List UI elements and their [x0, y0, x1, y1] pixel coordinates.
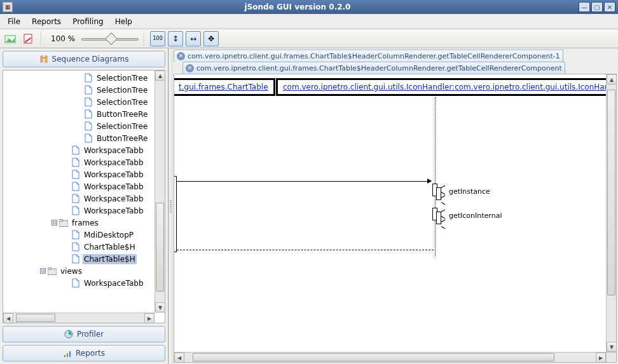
call-arrow-0	[177, 181, 431, 182]
scroll-up-button[interactable]: ▲	[607, 74, 617, 84]
tree-toggle-icon[interactable]: ⊟	[40, 268, 46, 274]
tab-bar: ✕ com.vero.ipnetro.client.gui.frames.Cha…	[172, 48, 618, 74]
arrowhead-icon	[427, 179, 432, 184]
tree-row[interactable]: ChartTable$H	[6, 241, 165, 253]
tree-item-label: SelectionTree	[95, 121, 149, 131]
tree-row[interactable]: WorkspaceTabb	[6, 168, 165, 180]
window-close-button[interactable]: ✕	[604, 2, 615, 12]
scroll-left-button[interactable]: ◀	[3, 313, 13, 323]
arrowhead-icon	[441, 209, 446, 214]
tree-item-label: ButtonTreeRe	[95, 109, 149, 119]
tree-row[interactable]: ButtonTreeRe	[6, 132, 165, 144]
fit-both-icon: ✥	[208, 34, 214, 43]
tree-row[interactable]: SelectionTree	[6, 96, 165, 108]
tree-toggle-icon[interactable]: ⊟	[52, 220, 57, 226]
tree-row[interactable]: WorkspaceTabb	[6, 156, 165, 168]
tree-item-label: WorkspaceTabb	[83, 206, 145, 216]
profiler-panel-button[interactable]: Profiler	[3, 326, 165, 342]
tree-item-label: frames	[71, 218, 100, 228]
lifeline-box-1[interactable]: com.vero.ipnetro.client.gui.utils.IconHa…	[276, 78, 617, 96]
pdf-icon	[23, 34, 33, 44]
file-icon	[71, 145, 80, 156]
diagram-canvas[interactable]: t.gui.frames.ChartTable com.vero.ipnetro…	[174, 74, 617, 363]
activation-bar-1b	[436, 187, 441, 200]
tree-row[interactable]: WorkspaceTabb	[6, 144, 165, 156]
tab-0[interactable]: ✕ com.vero.ipnetro.client.gui.frames.Cha…	[174, 50, 563, 62]
reports-label: Reports	[76, 349, 105, 358]
tree-row[interactable]: WorkspaceTabb	[6, 205, 165, 217]
tree-row[interactable]: ButtonTreeRe	[6, 108, 165, 120]
tree-panel: SelectionTreeSelectionTreeSelectionTreeB…	[3, 70, 165, 323]
file-icon	[71, 158, 80, 168]
tree-item-label: WorkspaceTabb	[83, 194, 145, 204]
file-icon	[84, 133, 93, 144]
tree-item-label: WorkspaceTabb	[83, 182, 145, 192]
zoom-slider[interactable]	[81, 32, 139, 45]
scroll-right-button[interactable]: ▶	[144, 313, 154, 323]
fit-both-button[interactable]: ✥	[203, 31, 219, 46]
window-minimize-button[interactable]: —	[579, 2, 590, 12]
arrowhead-icon	[441, 195, 446, 200]
lifeline-box-0[interactable]: t.gui.frames.ChartTable	[174, 78, 275, 96]
export-pdf-button[interactable]	[20, 31, 36, 46]
tree-item-label: ButtonTreeRe	[95, 133, 149, 144]
svg-rect-13	[69, 351, 71, 357]
content-area: ✕ com.vero.ipnetro.client.gui.frames.Cha…	[172, 48, 618, 364]
scroll-down-button[interactable]: ▼	[607, 342, 617, 352]
menubar: File Reports Profiling Help	[0, 14, 618, 29]
call-label-1: getIconInternal	[449, 212, 502, 220]
tree-row[interactable]: SelectionTree	[6, 72, 165, 84]
tree-item-label: ChartTable$H	[83, 254, 137, 264]
file-icon	[84, 73, 93, 83]
scroll-up-button[interactable]: ▲	[155, 71, 165, 81]
tree-row[interactable]: ⊟views	[6, 265, 165, 277]
file-icon	[71, 170, 80, 180]
tree-scrollbar-vertical[interactable]: ▲ ▼	[154, 71, 165, 313]
window-title: jSonde GUI version 0.2.0	[17, 3, 579, 11]
sequence-diagrams-label: Sequence Diagrams	[52, 55, 129, 64]
menu-profiling[interactable]: Profiling	[67, 15, 109, 28]
toolbar-separator	[41, 31, 42, 46]
lifeline-1	[435, 97, 436, 256]
fit-horizontal-button[interactable]: ↔	[186, 31, 201, 46]
file-icon	[84, 109, 93, 119]
sequence-diagrams-panel-button[interactable]: Sequence Diagrams	[3, 51, 165, 67]
reports-icon	[63, 349, 72, 358]
tree-row[interactable]: SelectionTree	[6, 120, 165, 132]
reports-panel-button[interactable]: Reports	[3, 345, 165, 361]
sidebar: Sequence Diagrams SelectionTreeSelection…	[0, 48, 168, 364]
tree-scrollbar-horizontal[interactable]: ◀ ▶	[3, 313, 154, 323]
tree-row[interactable]: SelectionTree	[6, 84, 165, 96]
tree-item-label: ChartTable$H	[83, 242, 137, 252]
svg-rect-3	[41, 56, 43, 62]
menu-help[interactable]: Help	[110, 15, 137, 28]
scroll-down-button[interactable]: ▼	[155, 302, 165, 313]
tree-item-label: SelectionTree	[95, 97, 149, 107]
tree[interactable]: SelectionTreeSelectionTreeSelectionTreeB…	[3, 71, 165, 290]
file-icon	[71, 206, 80, 216]
tab-close-icon[interactable]: ✕	[186, 64, 194, 72]
arrowhead-icon	[441, 219, 446, 224]
tab-1[interactable]: ✕ com.vero.ipnetro.client.gui.frames.Cha…	[182, 62, 565, 74]
toolbar: 100 % 100 ↕ ↔ ✥	[0, 29, 618, 48]
tree-row[interactable]: WorkspaceTabb	[6, 277, 165, 289]
tree-row[interactable]: WorkspaceTabb	[6, 192, 165, 205]
svg-rect-11	[64, 355, 65, 357]
menu-reports[interactable]: Reports	[27, 15, 66, 28]
canvas-scrollbar-vertical[interactable]: ▲ ▼	[606, 74, 616, 352]
menu-file[interactable]: File	[3, 15, 25, 28]
zoom-100-button[interactable]: 100	[150, 31, 165, 46]
fit-vertical-button[interactable]: ↕	[168, 31, 183, 46]
window-titlebar: ▦ jSonde GUI version 0.2.0 — ▢ ✕	[0, 0, 618, 14]
tab-close-icon[interactable]: ✕	[177, 52, 185, 60]
tree-row[interactable]: ⊟frames	[6, 217, 165, 229]
scroll-right-button[interactable]: ▶	[596, 353, 606, 363]
canvas-scrollbar-horizontal[interactable]: ◀ ▶	[174, 352, 606, 362]
export-image-button[interactable]	[3, 31, 18, 46]
tree-row[interactable]: ChartTable$H	[6, 253, 165, 265]
scroll-left-button[interactable]: ◀	[174, 353, 184, 363]
file-icon	[84, 121, 93, 131]
tree-row[interactable]: WorkspaceTabb	[6, 180, 165, 192]
window-maximize-button[interactable]: ▢	[591, 2, 603, 12]
tree-row[interactable]: MdiDesktopP	[6, 229, 165, 241]
